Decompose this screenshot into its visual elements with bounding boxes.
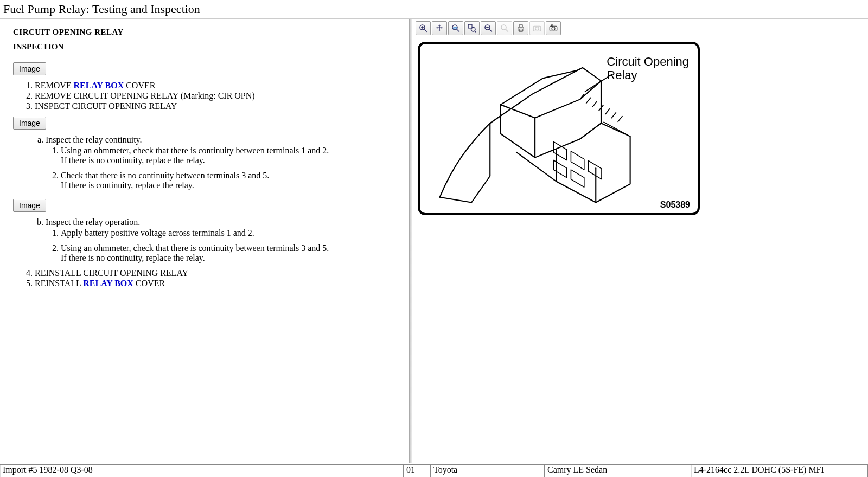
zoom-region-button[interactable] [464, 21, 480, 35]
svg-point-21 [552, 27, 555, 30]
svg-line-14 [506, 29, 508, 32]
print-icon [516, 23, 526, 33]
diagram-label-l1: Circuit Opening [607, 55, 689, 68]
svg-point-8 [471, 28, 476, 32]
status-bar: Import #5 1982-08 Q3-08 01 Toyota Camry … [0, 464, 868, 477]
status-year: 01 [404, 465, 431, 477]
zoom-in-button[interactable] [416, 21, 431, 35]
left-pane: CIRCUIT OPENING RELAY INSPECTION Image R… [0, 19, 409, 463]
zoom-out-step-button[interactable] [481, 21, 496, 35]
zoom-100-icon: 100 [451, 23, 461, 33]
zoom-region-icon [467, 23, 477, 33]
substeps-b: Inspect the relay operation. Apply batte… [13, 217, 399, 263]
status-model: Camry LE Sedan [545, 465, 691, 477]
zoom-out-step-icon [483, 23, 493, 33]
svg-rect-22 [551, 25, 553, 26]
a2-l2: If there is continuity, replace the rela… [61, 181, 194, 190]
b2-l1: Using an ohmmeter, check that there is c… [61, 243, 329, 253]
a2-l1: Check that there is no continuity betwee… [61, 171, 269, 180]
diagram-wrap: Circuit Opening Relay S05389 [412, 37, 868, 215]
svg-rect-7 [468, 24, 472, 28]
print-button[interactable] [513, 21, 528, 35]
svg-line-9 [475, 31, 476, 32]
substep-a2: Check that there is no continuity betwee… [61, 171, 399, 190]
substeps-b-nested: Apply battery positive voltage across te… [46, 228, 399, 263]
inspection-title: INSPECTION [13, 42, 399, 51]
substeps-a-nested: Using an ohmmeter, check that there is c… [46, 146, 399, 190]
step-5-pre: REINSTALL [35, 279, 83, 288]
image-button-2[interactable]: Image [13, 117, 46, 130]
svg-rect-16 [519, 25, 522, 27]
substep-b-title: Inspect the relay operation. [46, 217, 140, 227]
main-row: CIRCUIT OPENING RELAY INSPECTION Image R… [0, 19, 868, 463]
zoom-disabled-icon [500, 23, 509, 33]
diagram-label-l2: Relay [607, 68, 689, 82]
svg-point-13 [501, 25, 506, 30]
svg-line-5 [457, 29, 459, 32]
a1-l2: If there is no continuity, replace the r… [61, 156, 205, 165]
right-pane: 100 [412, 19, 868, 463]
steps-list-bottom: REINSTALL CIRCUIT OPENING RELAY REINSTAL… [13, 268, 399, 288]
diagram-code: S05389 [660, 200, 690, 210]
camera-disabled-icon [532, 23, 542, 33]
step-1-pre: REMOVE [35, 81, 74, 90]
step-5-post: COVER [133, 279, 165, 288]
image-toolbar: 100 [412, 19, 868, 37]
substep-a: Inspect the relay continuity. Using an o… [46, 135, 399, 190]
diagram[interactable]: Circuit Opening Relay S05389 [418, 42, 700, 215]
svg-point-19 [535, 27, 539, 30]
step-2: REMOVE CIRCUIT OPENING RELAY (Marking: C… [35, 91, 399, 101]
svg-rect-15 [518, 27, 524, 30]
steps-list-top: REMOVE RELAY BOX COVER REMOVE CIRCUIT OP… [13, 81, 399, 111]
b2-l2: If there is no continuity, replace the r… [61, 253, 205, 262]
gallery-button[interactable] [546, 21, 561, 35]
substep-a-title: Inspect the relay continuity. [46, 135, 142, 144]
zoom-100-button[interactable]: 100 [448, 21, 463, 35]
pan-button[interactable] [432, 21, 447, 35]
step-5: REINSTALL RELAY BOX COVER [35, 279, 399, 288]
step-1: REMOVE RELAY BOX COVER [35, 81, 399, 91]
svg-text:100: 100 [453, 27, 457, 29]
substep-b2: Using an ohmmeter, check that there is c… [61, 243, 399, 263]
substep-b1: Apply battery positive voltage across te… [61, 228, 399, 238]
step-4: REINSTALL CIRCUIT OPENING RELAY [35, 268, 399, 278]
relay-box-link-2[interactable]: RELAY BOX [83, 279, 133, 288]
status-make: Toyota [431, 465, 545, 477]
a1-l1: Using an ohmmeter, check that there is c… [61, 146, 329, 155]
status-engine: L4-2164cc 2.2L DOHC (5S-FE) MFI [691, 465, 868, 477]
step-3: INSPECT CIRCUIT OPENING RELAY [35, 101, 399, 111]
relay-box-link-1[interactable]: RELAY BOX [74, 81, 124, 90]
pan-icon [435, 23, 444, 33]
camera-disabled-button [529, 21, 545, 35]
image-button-3[interactable]: Image [13, 199, 46, 212]
section-title: CIRCUIT OPENING RELAY [13, 28, 399, 37]
step-1-post: COVER [124, 81, 155, 90]
zoom-in-icon [418, 23, 428, 33]
svg-line-11 [489, 29, 492, 32]
svg-line-1 [424, 29, 427, 32]
substep-b: Inspect the relay operation. Apply batte… [46, 217, 399, 263]
zoom-disabled-button [497, 21, 512, 35]
substeps-a: Inspect the relay continuity. Using an o… [13, 135, 399, 190]
status-import: Import #5 1982-08 Q3-08 [0, 465, 404, 477]
page-title: Fuel Pump Relay: Testing and Inspection [0, 0, 868, 19]
diagram-label: Circuit Opening Relay [607, 55, 689, 82]
image-button-1[interactable]: Image [13, 62, 46, 75]
gallery-icon [548, 23, 558, 33]
substep-a1: Using an ohmmeter, check that there is c… [61, 146, 399, 165]
